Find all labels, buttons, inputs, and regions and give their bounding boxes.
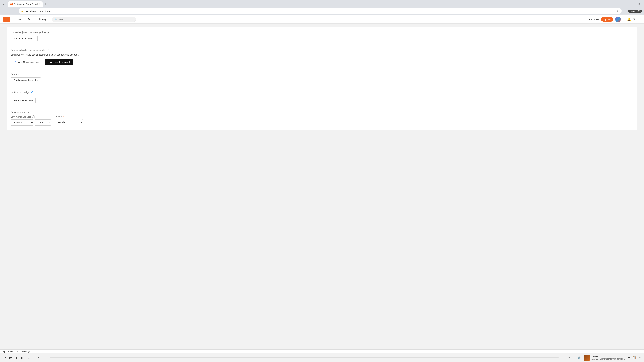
extensions-button[interactable]: ⬚ bbox=[623, 9, 627, 13]
verification-section: Verification badge ✔ Request verificatio… bbox=[11, 87, 633, 103]
soundcloud-navbar: Home Feed Library 🔍 For Artists Upload ⌄… bbox=[0, 15, 644, 24]
total-time: 2:36 bbox=[562, 357, 575, 359]
track-thumbnail bbox=[584, 355, 590, 361]
password-section: Password Send password-reset link bbox=[11, 69, 633, 83]
add-email-button[interactable]: Add an email address bbox=[11, 36, 38, 41]
birth-help-icon[interactable]: ? bbox=[32, 115, 35, 118]
nav-library[interactable]: Library bbox=[36, 15, 49, 24]
basic-info-title: Basic information bbox=[11, 111, 633, 113]
active-tab[interactable]: Settings on SoundCloud × bbox=[8, 1, 42, 7]
like-button[interactable]: ♥ bbox=[628, 355, 630, 360]
minimize-button[interactable]: — bbox=[626, 2, 631, 6]
tab-close-button[interactable]: × bbox=[39, 3, 40, 5]
track-thumbnail-image bbox=[584, 355, 590, 361]
chevron-down-icon[interactable]: ⌄ bbox=[623, 17, 625, 21]
add-to-playlist-button[interactable]: 📋 bbox=[632, 355, 637, 360]
new-tab-button[interactable]: + bbox=[43, 2, 48, 6]
birth-month-year-group: Birth month and year ? January February … bbox=[11, 115, 51, 125]
address-text: soundcloud.com/settings bbox=[25, 10, 614, 12]
basic-info-section: Basic information Birth month and year ?… bbox=[11, 107, 633, 125]
incognito-badge: Incognito (2) bbox=[628, 9, 642, 12]
back-button[interactable]: ← bbox=[2, 8, 6, 13]
svg-rect-7 bbox=[7, 18, 8, 21]
for-artists-link[interactable]: For Artists bbox=[588, 18, 599, 21]
svg-rect-0 bbox=[10, 3, 12, 4]
gender-label: Gender * bbox=[54, 115, 83, 118]
nav-home[interactable]: Home bbox=[12, 15, 25, 24]
bookmark-button[interactable]: ☆ bbox=[616, 9, 619, 13]
track-info: JAMES JAMES - September for You (Thrott.… bbox=[584, 355, 625, 361]
tab-controls: ⌄ bbox=[1, 2, 6, 6]
upload-button[interactable]: Upload bbox=[601, 17, 613, 22]
svg-rect-10 bbox=[8, 19, 9, 21]
window-controls: — ❐ × bbox=[626, 2, 643, 6]
progress-bar-area[interactable] bbox=[50, 358, 559, 358]
volume-icon[interactable]: 🔊 bbox=[578, 356, 581, 359]
google-icon: G bbox=[14, 60, 17, 63]
bottom-player: ⇄ ⏮ ▶ ⏭ ↺ 0:00 2:36 🔊 JAMES JAMES - Sept… bbox=[0, 353, 644, 362]
messages-icon[interactable]: ✉ bbox=[633, 17, 636, 21]
email-section: d2vbeaba@moodajoy.com (Primary) Add an e… bbox=[7, 27, 637, 130]
send-reset-button[interactable]: Send password-reset link bbox=[11, 77, 41, 83]
maximize-button[interactable]: ❐ bbox=[632, 2, 636, 6]
gender-group: Gender * Female Male Custom Prefer not t… bbox=[54, 115, 83, 125]
add-apple-button[interactable]:  Add Apple account bbox=[45, 59, 73, 65]
avatar[interactable] bbox=[615, 17, 621, 22]
nav-links: Home Feed Library bbox=[12, 15, 49, 24]
forward-button[interactable]: → bbox=[8, 8, 12, 13]
tab-favicon bbox=[10, 3, 13, 5]
close-window-button[interactable]: × bbox=[637, 2, 641, 6]
soundcloud-logo[interactable] bbox=[3, 17, 10, 22]
birth-label: Birth month and year ? bbox=[11, 115, 51, 118]
svg-rect-9 bbox=[8, 19, 8, 21]
address-bar[interactable]: 🔒 soundcloud.com/settings ☆ bbox=[18, 8, 622, 14]
more-options-icon[interactable]: ••• bbox=[638, 17, 641, 21]
svg-rect-5 bbox=[6, 18, 6, 21]
gender-required-marker: * bbox=[63, 115, 64, 118]
gender-select[interactable]: Female Male Custom Prefer not to say bbox=[54, 119, 83, 125]
prev-button[interactable]: ⏮ bbox=[8, 355, 13, 360]
password-title: Password bbox=[11, 73, 633, 75]
birth-month-select[interactable]: January February March April May June Ju… bbox=[11, 119, 33, 125]
social-networks-title: Sign in with other social networks ? bbox=[11, 49, 633, 51]
play-button[interactable]: ▶ bbox=[15, 355, 18, 360]
player-controls: ⇄ ⏮ ▶ ⏭ ↺ bbox=[3, 355, 31, 360]
nav-right-section: For Artists Upload ⌄ 🔔 ✉ ••• bbox=[588, 17, 641, 22]
email-display: d2vbeaba@moodajoy.com (Primary) bbox=[11, 31, 633, 34]
status-url: https://soundcloud.com/settings bbox=[2, 350, 30, 353]
current-time: 0:00 bbox=[34, 357, 47, 359]
track-artist: JAMES bbox=[591, 356, 625, 358]
birth-gender-row: Birth month and year ? January February … bbox=[11, 115, 633, 125]
shuffle-button[interactable]: ⇄ bbox=[3, 355, 6, 360]
svg-rect-2 bbox=[4, 19, 5, 21]
birth-year-select[interactable]: 1995 bbox=[35, 119, 51, 125]
social-networks-subtitle: You have not linked social accounts to y… bbox=[11, 53, 633, 56]
svg-rect-3 bbox=[5, 19, 5, 21]
verified-check-icon: ✔ bbox=[31, 90, 33, 94]
nav-feed[interactable]: Feed bbox=[25, 15, 36, 24]
search-input[interactable] bbox=[59, 18, 133, 21]
lock-icon: 🔒 bbox=[21, 10, 24, 12]
player-action-buttons: ♥ 📋 ≡ bbox=[628, 355, 641, 360]
status-bar: https://soundcloud.com/settings bbox=[0, 350, 644, 353]
browser-chrome: ⌄ Settings on SoundCloud × + — ❐ × ← → ↻… bbox=[0, 0, 644, 15]
tab-bar: ⌄ Settings on SoundCloud × + — ❐ × bbox=[0, 0, 644, 7]
social-networks-section: Sign in with other social networks ? You… bbox=[11, 45, 633, 65]
address-bar-row: ← → ↻ 🔒 soundcloud.com/settings ☆ ⬚ Inco… bbox=[0, 7, 644, 15]
search-bar[interactable]: 🔍 bbox=[52, 17, 136, 22]
social-buttons: G Add Google account  Add Apple account bbox=[11, 59, 633, 65]
progress-bar[interactable] bbox=[50, 358, 559, 358]
add-google-button[interactable]: G Add Google account bbox=[11, 59, 43, 65]
repeat-button[interactable]: ↺ bbox=[27, 355, 31, 360]
apple-icon:  bbox=[48, 60, 49, 63]
track-title: JAMES - September for You (Thrott... bbox=[591, 358, 625, 360]
next-button[interactable]: ⏭ bbox=[21, 355, 25, 360]
notifications-icon[interactable]: 🔔 bbox=[627, 17, 631, 21]
queue-button[interactable]: ≡ bbox=[638, 355, 641, 360]
request-verification-button[interactable]: Request verification bbox=[11, 98, 36, 103]
svg-rect-1 bbox=[10, 4, 12, 5]
tab-list-button[interactable]: ⌄ bbox=[1, 2, 6, 6]
reload-button[interactable]: ↻ bbox=[14, 8, 17, 13]
social-help-icon[interactable]: ? bbox=[47, 49, 50, 51]
svg-rect-4 bbox=[6, 19, 6, 21]
